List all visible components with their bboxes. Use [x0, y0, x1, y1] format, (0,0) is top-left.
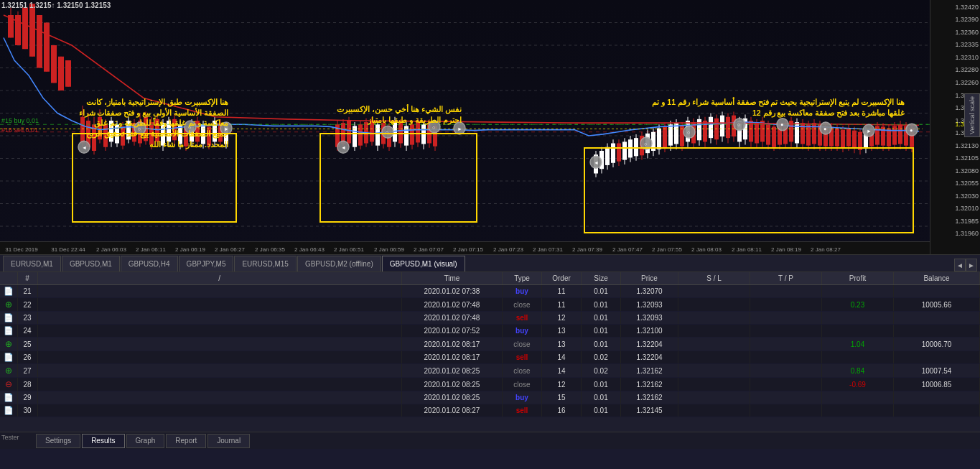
tab-nav-right[interactable]: ► — [966, 259, 977, 271]
bottom-tab-report[interactable]: Report — [166, 434, 206, 448]
row-id: 22 — [17, 298, 37, 312]
row-size: 0.01 — [582, 312, 621, 325]
svg-rect-155 — [697, 119, 701, 140]
row-sl — [678, 391, 750, 404]
row-size: 0.01 — [582, 338, 621, 351]
row-balance — [894, 404, 980, 417]
row-price: 1.32162 — [621, 378, 678, 391]
row-tp — [750, 298, 822, 312]
bottom-tab-results[interactable]: Results — [82, 434, 124, 448]
row-id: 24 — [17, 325, 37, 338]
close-red-icon: ⊖ — [5, 379, 12, 389]
file-icon: 📄 — [4, 313, 14, 322]
row-slash — [37, 364, 402, 378]
row-icon-cell: ⊕ — [0, 298, 17, 312]
svg-text:●: ● — [823, 126, 826, 132]
row-time: 2020.01.02 07:38 — [402, 285, 503, 298]
trades-table: # / Time Type Order Size Price S / L T /… — [0, 272, 980, 417]
row-type: close — [503, 364, 542, 378]
table-row[interactable]: ⊕ 25 2020.01.02 08:17 close 13 0.01 1.32… — [0, 338, 980, 351]
vertical-scale-label[interactable]: Vertical scale — [964, 93, 980, 137]
row-tp — [750, 364, 822, 378]
table-row[interactable]: 📄 30 2020.01.02 08:27 sell 16 0.01 1.321… — [0, 404, 980, 417]
svg-rect-165 — [726, 117, 730, 138]
tab-eurusd-m1[interactable]: EURUSD,M1 — [3, 256, 61, 271]
table-row[interactable]: 📄 21 2020.01.02 07:38 buy 11 0.01 1.3207… — [0, 285, 980, 298]
table-row[interactable]: 📄 26 2020.01.02 08:17 sell 14 0.02 1.322… — [0, 351, 980, 364]
tab-gbpusd-m1-visual[interactable]: GBPUSD,M1 (visual) — [382, 256, 465, 271]
row-price: 1.32162 — [621, 364, 678, 378]
row-tp — [750, 351, 822, 364]
tab-nav-left[interactable]: ◄ — [954, 259, 966, 271]
row-time: 2020.01.02 07:48 — [402, 298, 503, 312]
svg-rect-21 — [37, 15, 42, 68]
svg-text:○: ○ — [644, 141, 647, 147]
bottom-tab-settings[interactable]: Settings — [36, 434, 80, 448]
table-row[interactable]: ⊕ 22 2020.01.02 07:48 close 11 0.01 1.32… — [0, 298, 980, 312]
row-slash — [37, 404, 402, 417]
file-icon: 📄 — [4, 353, 14, 361]
close-green-icon: ⊕ — [5, 366, 12, 376]
col-header-time: Time — [402, 272, 503, 285]
svg-text:○: ○ — [432, 124, 435, 130]
trades-table-area: # / Time Type Order Size Price S / L T /… — [0, 272, 980, 432]
bottom-tab-journal[interactable]: Journal — [207, 434, 250, 448]
row-icon-cell: 📄 — [0, 285, 17, 298]
row-order: 11 — [542, 298, 582, 312]
row-slash — [37, 312, 402, 325]
price-info: 1.32151 1.3215↑ 1.32150 1.32153 — [1, 1, 111, 9]
svg-rect-205 — [841, 130, 845, 148]
row-profit — [822, 404, 894, 417]
row-icon-cell: ⊖ — [0, 378, 17, 391]
row-tp — [750, 404, 822, 417]
svg-text:○: ○ — [687, 130, 690, 136]
row-tp — [750, 285, 822, 298]
row-order: 15 — [542, 391, 582, 404]
table-row[interactable]: 📄 23 2020.01.02 07:48 sell 12 0.01 1.320… — [0, 312, 980, 325]
row-id: 26 — [17, 351, 37, 364]
svg-rect-175 — [755, 123, 759, 143]
row-time: 2020.01.02 08:25 — [402, 364, 503, 378]
row-type: sell — [503, 312, 542, 325]
table-row[interactable]: ⊖ 28 2020.01.02 08:25 close 12 0.01 1.32… — [0, 378, 980, 391]
svg-rect-29 — [65, 60, 71, 87]
svg-rect-179 — [766, 124, 770, 144]
annotation-text-3: هنا الإكسبيرت لم يتبع الإستراتيجية بحيث … — [646, 97, 905, 118]
bottom-tab-graph[interactable]: Graph — [126, 434, 165, 448]
chart-tabs: EURUSD,M1 GBPUSD,M1 GBPUSD,H4 GBPJPY,M5 … — [0, 255, 980, 272]
row-sl — [678, 351, 750, 364]
svg-rect-159 — [709, 117, 713, 138]
row-size: 0.01 — [582, 378, 621, 391]
table-row[interactable]: ⊕ 27 2020.01.02 08:25 close 14 0.02 1.32… — [0, 364, 980, 378]
annotation-box-2 — [319, 133, 477, 223]
row-sl — [678, 364, 750, 378]
row-type: buy — [503, 325, 542, 338]
svg-rect-225 — [898, 124, 902, 144]
svg-rect-15 — [15, 15, 21, 45]
time-axis: 31 Dec 2019 31 Dec 22:44 2 Jan 06:03 2 J… — [0, 241, 930, 254]
row-type: buy — [503, 285, 542, 298]
row-time: 2020.01.02 08:17 — [402, 351, 503, 364]
row-price: 1.32093 — [621, 312, 678, 325]
col-header-type: Type — [503, 272, 542, 285]
tab-gbpjpy-m5[interactable]: GBPJPY,M5 — [179, 256, 234, 271]
tab-eurusd-m15[interactable]: EURUSD,M15 — [234, 256, 296, 271]
row-price: 1.32204 — [621, 338, 678, 351]
col-header-icon — [0, 272, 17, 285]
row-balance: 10006.70 — [894, 338, 980, 351]
svg-text:►: ► — [457, 126, 462, 132]
candle-group-early — [8, 4, 71, 90]
table-row[interactable]: 📄 24 2020.01.02 07:52 buy 13 0.01 1.3210… — [0, 325, 980, 338]
tab-gbpusd-h4[interactable]: GBPUSD,H4 — [121, 256, 178, 271]
row-slash — [37, 338, 402, 351]
close-green-icon: ⊕ — [5, 299, 12, 310]
row-size: 0.01 — [582, 285, 621, 298]
table-row[interactable]: 📄 29 2020.01.02 08:25 buy 15 0.01 1.3216… — [0, 391, 980, 404]
svg-text:●: ● — [910, 128, 913, 134]
row-id: 21 — [17, 285, 37, 298]
tab-gbpusd-m2-offline[interactable]: GBPUSD,M2 (offline) — [297, 256, 381, 271]
tab-gbpusd-m1[interactable]: GBPUSD,M1 — [62, 256, 120, 271]
row-balance — [894, 285, 980, 298]
row-order: 12 — [542, 312, 582, 325]
row-size: 0.01 — [582, 325, 621, 338]
